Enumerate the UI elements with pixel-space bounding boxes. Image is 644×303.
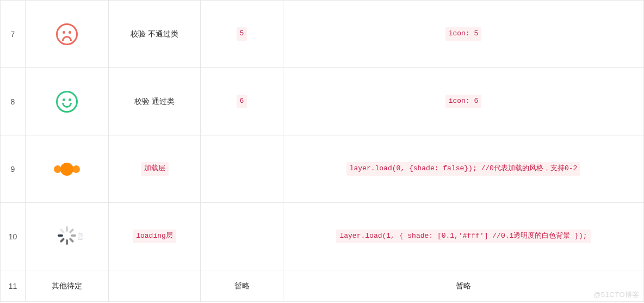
- smile-face-icon: [56, 91, 78, 113]
- table-row: 7 校验 不通过类 5 icon: 5: [1, 1, 644, 68]
- row-code: icon: 5: [445, 27, 482, 41]
- table-row: 11 其他待定 暂略 暂略: [1, 270, 644, 302]
- row-code: layer.load(0, {shade: false}); //0代表加载的风…: [346, 162, 581, 176]
- sad-face-icon: [56, 23, 78, 45]
- row-value: 暂略: [234, 281, 250, 290]
- row-name: 校验 不通过类: [131, 29, 178, 38]
- reference-table: 7 校验 不通过类 5 icon: 5 8: [0, 0, 644, 302]
- row-name: 校验 通过类: [134, 97, 175, 106]
- row-code: icon: 6: [445, 95, 482, 108]
- row-value: 6: [237, 95, 247, 108]
- row-code: layer.load(1, { shade: [0.1,'#fff'] //0.…: [336, 230, 590, 243]
- row-code: 暂略: [456, 281, 471, 290]
- table-row: 10 息 loading层 layer.load(1, { shade: [0.…: [1, 203, 644, 270]
- row-number: 8: [11, 97, 15, 106]
- row-name: loading层: [133, 230, 176, 243]
- loading-dots-icon: 示···: [51, 160, 83, 178]
- row-number: 10: [9, 232, 17, 241]
- table-row: 9 示··· 加载层 layer.load(0, {shade: false})…: [1, 135, 644, 203]
- loading-spinner-icon: 息: [55, 225, 78, 248]
- row-value: 5: [237, 27, 247, 41]
- row-icon-text: 其他待定: [52, 281, 82, 290]
- row-number: 11: [9, 282, 17, 290]
- row-number: 9: [11, 165, 15, 174]
- table-row: 8 校验 通过类 6 icon: 6: [1, 68, 644, 135]
- row-name: 加载层: [141, 162, 169, 176]
- row-number: 7: [11, 30, 15, 39]
